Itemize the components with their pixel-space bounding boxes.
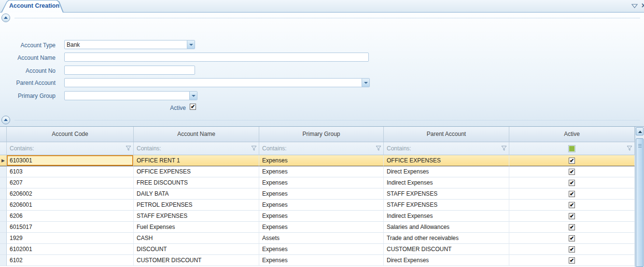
active-checkbox[interactable]: ✔ [190,104,196,110]
cell-primary-group[interactable]: Expenses [259,188,384,200]
cell-account-code[interactable]: 6207 [7,177,134,188]
cell-account-name[interactable]: OFFICE RENT 1 [134,155,259,166]
filter-cell-account-name[interactable]: Contains: [134,142,259,155]
cell-account-name[interactable]: CASH [134,233,259,244]
row-active-checkbox[interactable]: ✔ [569,257,575,264]
account-type-dropdown-button[interactable] [187,40,195,49]
row-active-checkbox[interactable]: ✔ [569,202,575,208]
cell-parent-account[interactable]: OFFICE EXPENSES [384,155,509,166]
cell-account-name[interactable]: PETROL EXPENSES [134,200,259,211]
cell-primary-group[interactable]: Expenses [259,166,384,177]
collapse-form-button[interactable] [1,13,10,22]
cell-parent-account[interactable]: Salaries and Allowances [384,222,509,233]
cell-active[interactable]: ✔ [509,155,635,166]
cell-account-code[interactable]: 6206002 [7,188,134,200]
cell-active[interactable]: ✔ [509,166,635,177]
column-header-parent-account[interactable]: Parent Account [384,127,509,142]
account-no-input[interactable] [65,66,195,74]
table-row[interactable]: 6102001DISCOUNTExpensesCUSTOMER DISCOUNT… [0,244,635,255]
cell-primary-group[interactable]: Expenses [259,244,384,255]
filter-funnel-icon[interactable] [627,146,632,151]
row-indicator-cell[interactable] [0,222,7,233]
close-icon[interactable]: ✕ [641,0,644,12]
table-row[interactable]: 6103OFFICE EXPENSESExpensesDirect Expens… [0,166,635,177]
row-indicator-cell[interactable] [0,200,7,211]
cell-parent-account[interactable]: STAFF EXPENSES [384,188,509,200]
table-row[interactable]: 6102CUSTOMER DISCOUNTExpensesDirect Expe… [0,255,635,266]
filter-funnel-icon[interactable] [126,146,131,151]
cell-account-code[interactable]: 6102 [7,255,134,266]
cell-active[interactable]: ✔ [509,188,635,200]
cell-parent-account[interactable]: Indirect Expenses [384,211,509,222]
scroll-up-button[interactable] [636,127,644,135]
table-row[interactable]: ▶6103001OFFICE RENT 1ExpensesOFFICE EXPE… [0,155,635,166]
filter-cell-parent-account[interactable]: Contains: [384,142,509,155]
cell-primary-group[interactable]: Expenses [259,222,384,233]
row-indicator-cell[interactable] [0,233,7,244]
cell-account-code[interactable]: 6103 [7,166,134,177]
cell-parent-account[interactable]: Direct Expenses [384,166,509,177]
cell-primary-group[interactable]: Assets [259,233,384,244]
column-header-account-code[interactable]: Account Code [7,127,134,142]
row-active-checkbox[interactable]: ✔ [569,213,575,219]
row-active-checkbox[interactable]: ✔ [569,169,575,175]
cell-account-name[interactable]: CUSTOMER DISCOUNT [134,255,259,266]
primary-group-dropdown-button[interactable] [189,92,197,100]
cell-account-code[interactable]: 6206001 [7,200,134,211]
cell-active[interactable]: ✔ [509,255,635,266]
row-active-checkbox[interactable]: ✔ [569,158,575,164]
row-active-checkbox[interactable]: ✔ [569,246,575,253]
row-indicator-cell[interactable] [0,244,7,255]
row-indicator-cell[interactable] [0,255,7,266]
cell-active[interactable]: ✔ [509,211,635,222]
filter-funnel-icon[interactable] [376,146,381,151]
cell-active[interactable]: ✔ [509,177,635,188]
row-active-checkbox[interactable]: ✔ [569,235,575,241]
vertical-scrollbar[interactable] [635,127,644,267]
filter-cell-account-code[interactable]: Contains: [7,142,134,155]
active-filter-checkbox[interactable] [569,146,575,152]
column-header-primary-group[interactable]: Primary Group [259,127,384,142]
tab-list-dropdown-icon[interactable] [631,3,638,9]
table-row[interactable]: 1929CASHAssetsTrade and other receivable… [0,233,635,244]
filter-funnel-icon[interactable] [251,146,257,151]
parent-account-dropdown-button[interactable] [362,79,369,87]
table-row[interactable]: 6207FREE DISCOUNTSExpensesIndirect Expen… [0,177,635,188]
cell-active[interactable]: ✔ [509,233,635,244]
table-row[interactable]: 6206001PETROL EXPENSESExpensesSTAFF EXPE… [0,200,635,211]
cell-parent-account[interactable]: CUSTOMER DISCOUNT [384,244,509,255]
table-row[interactable]: 6206002DAILY BATAExpensesSTAFF EXPENSES✔ [0,188,635,200]
cell-account-name[interactable]: OFFICE EXPENSES [134,166,259,177]
filter-cell-active[interactable] [509,142,635,155]
cell-account-code[interactable]: 1929 [7,233,134,244]
row-indicator-cell[interactable] [0,188,7,200]
cell-account-name[interactable]: DISCOUNT [134,244,259,255]
table-row[interactable]: 6206STAFF EXPENSESExpensesIndirect Expen… [0,211,635,222]
cell-account-name[interactable]: DAILY BATA [134,188,259,200]
filter-cell-primary-group[interactable]: Contains: [259,142,384,155]
row-indicator-cell[interactable]: ▶ [0,155,7,166]
cell-primary-group[interactable]: Expenses [259,177,384,188]
account-type-input[interactable] [65,40,187,49]
row-indicator-cell[interactable] [0,177,7,188]
cell-active[interactable]: ✔ [509,244,635,255]
row-active-checkbox[interactable]: ✔ [569,191,575,197]
filter-funnel-icon[interactable] [501,146,507,151]
scrollbar-thumb[interactable] [636,138,644,267]
cell-parent-account[interactable]: Indirect Expenses [384,177,509,188]
cell-account-name[interactable]: FREE DISCOUNTS [134,177,259,188]
cell-parent-account[interactable]: Direct Expenses [384,255,509,266]
cell-parent-account[interactable]: STAFF EXPENSES [384,200,509,211]
row-indicator-cell[interactable] [0,211,7,222]
cell-account-code[interactable]: 6102001 [7,244,134,255]
column-header-active[interactable]: Active [509,127,635,142]
table-row[interactable]: 6015017Fuel ExpensesExpensesSalaries and… [0,222,635,233]
row-indicator-cell[interactable] [0,166,7,177]
cell-active[interactable]: ✔ [509,200,635,211]
parent-account-input[interactable] [65,79,362,87]
primary-group-input[interactable] [65,92,189,100]
cell-account-name[interactable]: STAFF EXPENSES [134,211,259,222]
collapse-grid-button[interactable] [1,116,10,124]
cell-primary-group[interactable]: Expenses [259,155,384,166]
row-active-checkbox[interactable]: ✔ [569,224,575,230]
